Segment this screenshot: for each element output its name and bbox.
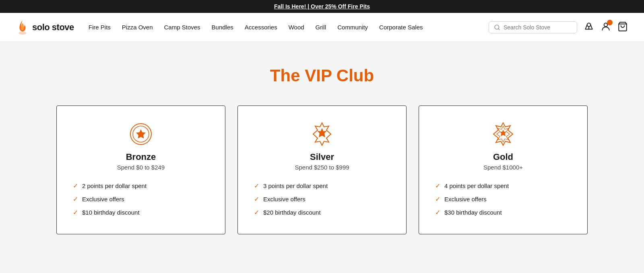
silver-benefits-list: ✓ 3 points per dollar spent ✓ Exclusive … xyxy=(254,182,390,216)
silver-card: Silver Spend $250 to $999 ✓ 3 points per… xyxy=(237,105,407,234)
checkmark-icon: ✓ xyxy=(254,209,259,216)
checkmark-icon: ✓ xyxy=(73,182,78,190)
bronze-card: Bronze Spend $0 to $249 ✓ 2 points per d… xyxy=(56,105,225,234)
checkmark-icon: ✓ xyxy=(254,195,259,203)
gold-benefit-2: ✓ Exclusive offers xyxy=(435,195,571,203)
nav-fire-pits[interactable]: Fire Pits xyxy=(89,24,111,31)
vip-cards-container: Bronze Spend $0 to $249 ✓ 2 points per d… xyxy=(32,105,612,234)
gold-benefit-3: ✓ $30 birthday discount xyxy=(435,209,571,216)
nav-bundles[interactable]: Bundles xyxy=(212,24,233,31)
checkmark-icon: ✓ xyxy=(435,209,440,216)
bronze-benefit-1: ✓ 2 points per dollar spent xyxy=(73,182,209,190)
nav-camp-stoves[interactable]: Camp Stoves xyxy=(164,24,200,31)
bronze-benefit-3: ✓ $10 birthday discount xyxy=(73,209,209,216)
gold-tier-icon xyxy=(491,122,515,146)
main-nav: Fire Pits Pizza Oven Camp Stoves Bundles… xyxy=(89,24,489,31)
header: solo stove Fire Pits Pizza Oven Camp Sto… xyxy=(0,13,644,42)
announcement-bar: Fall Is Here! | Over 25% Off Fire Pits xyxy=(0,0,644,13)
gold-tier-spend: Spend $1000+ xyxy=(483,164,523,171)
bronze-tier-icon xyxy=(129,122,153,146)
nav-wood[interactable]: Wood xyxy=(289,24,304,31)
nav-accessories[interactable]: Accessories xyxy=(245,24,277,31)
gold-benefit-1: ✓ 4 points per dollar spent xyxy=(435,182,571,190)
main-content: The VIP Club Bronze Spend $0 to $249 ✓ 2… xyxy=(0,42,644,267)
page-title: The VIP Club xyxy=(32,66,612,85)
search-icon xyxy=(494,24,500,31)
svg-marker-11 xyxy=(317,128,327,137)
silver-tier-name: Silver xyxy=(310,152,334,162)
checkmark-icon: ✓ xyxy=(435,195,440,203)
silver-benefit-2: ✓ Exclusive offers xyxy=(254,195,390,203)
svg-point-0 xyxy=(19,31,26,35)
account-icon-wrapper xyxy=(601,21,611,33)
bronze-tier-spend: Spend $0 to $249 xyxy=(117,164,165,171)
checkmark-icon: ✓ xyxy=(254,182,259,190)
svg-marker-14 xyxy=(500,130,507,136)
silver-tier-icon xyxy=(310,122,334,146)
search-box[interactable] xyxy=(489,21,577,33)
account-notification-badge xyxy=(607,20,613,25)
rewards-icon[interactable] xyxy=(584,21,594,32)
nav-pizza-oven[interactable]: Pizza Oven xyxy=(122,24,153,31)
nav-grill[interactable]: Grill xyxy=(316,24,326,31)
announcement-link[interactable]: Fall Is Here! | Over 25% Off Fire Pits xyxy=(274,3,370,10)
cart-icon-wrapper xyxy=(617,21,628,33)
logo-flame-icon xyxy=(16,19,29,35)
bronze-benefit-2: ✓ Exclusive offers xyxy=(73,195,209,203)
svg-point-3 xyxy=(587,23,591,27)
nav-community[interactable]: Community xyxy=(337,24,368,31)
gold-card: Gold Spend $1000+ ✓ 4 points per dollar … xyxy=(419,105,588,234)
silver-benefit-3: ✓ $20 birthday discount xyxy=(254,209,390,216)
silver-benefit-1: ✓ 3 points per dollar spent xyxy=(254,182,390,190)
bronze-tier-name: Bronze xyxy=(126,152,156,162)
silver-tier-spend: Spend $250 to $999 xyxy=(295,164,349,171)
svg-marker-9 xyxy=(136,129,146,139)
logo[interactable]: solo stove xyxy=(16,19,74,35)
bronze-benefits-list: ✓ 2 points per dollar spent ✓ Exclusive … xyxy=(73,182,209,216)
gold-benefits-list: ✓ 4 points per dollar spent ✓ Exclusive … xyxy=(435,182,571,216)
search-input[interactable] xyxy=(504,24,572,31)
checkmark-icon: ✓ xyxy=(435,182,440,190)
logo-text: solo stove xyxy=(32,22,74,33)
checkmark-icon: ✓ xyxy=(73,195,78,203)
cart-icon[interactable] xyxy=(617,21,628,32)
checkmark-icon: ✓ xyxy=(73,209,78,216)
nav-corporate-sales[interactable]: Corporate Sales xyxy=(379,24,423,31)
svg-line-2 xyxy=(498,29,500,30)
rewards-icon-wrapper xyxy=(584,21,594,33)
header-right xyxy=(489,21,628,33)
gold-tier-name: Gold xyxy=(493,152,513,162)
